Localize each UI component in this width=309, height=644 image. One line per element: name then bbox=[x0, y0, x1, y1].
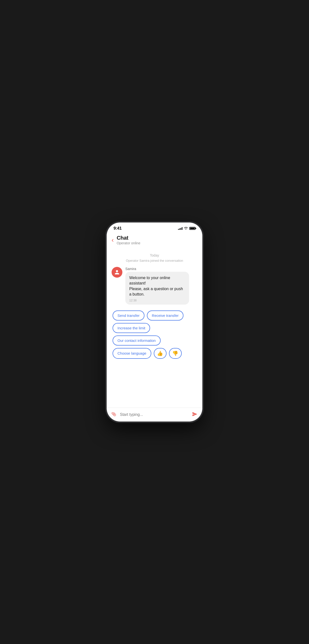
date-label: Today bbox=[112, 254, 197, 257]
message-bubble: Welcome to your online assistant!Please,… bbox=[125, 272, 189, 304]
send-icon bbox=[192, 412, 197, 417]
attach-button[interactable] bbox=[110, 410, 118, 419]
thumbs-down-icon: 👎 bbox=[172, 350, 178, 356]
phone-screen: 9:41 ‹ bbox=[107, 222, 202, 422]
increase-limit-button[interactable]: Increase the limit bbox=[113, 323, 150, 333]
status-time: 9:41 bbox=[114, 226, 122, 231]
wifi-icon bbox=[184, 226, 188, 230]
status-icons bbox=[178, 226, 195, 230]
operator-name: Samira bbox=[125, 267, 189, 271]
page-title: Chat bbox=[117, 235, 141, 241]
send-transfer-button[interactable]: Send transfer bbox=[113, 310, 144, 320]
header-text: Chat Operator online bbox=[117, 235, 141, 245]
chat-input[interactable] bbox=[120, 412, 189, 417]
operator-message-row: Samira Welcome to your online assistant!… bbox=[112, 267, 197, 304]
header: ‹ Chat Operator online bbox=[107, 233, 202, 248]
input-area bbox=[107, 408, 202, 422]
operator-status: Operator online bbox=[117, 241, 141, 245]
system-message: Operator Samira joined the conversation bbox=[112, 259, 197, 262]
send-button[interactable] bbox=[192, 412, 197, 418]
battery-icon bbox=[189, 227, 195, 230]
signal-icon bbox=[178, 227, 182, 230]
person-icon bbox=[114, 270, 120, 275]
message-container: Samira Welcome to your online assistant!… bbox=[125, 267, 189, 304]
quick-replies: Send transfer Receive transfer Increase … bbox=[112, 310, 197, 359]
thumbs-down-button[interactable]: 👎 bbox=[169, 348, 182, 359]
avatar bbox=[112, 267, 122, 278]
message-text: Welcome to your online assistant!Please,… bbox=[129, 275, 185, 297]
chat-area: Today Operator Samira joined the convers… bbox=[107, 248, 202, 408]
thumbs-up-button[interactable]: 👍 bbox=[154, 348, 167, 359]
phone-frame: 9:41 ‹ bbox=[107, 222, 202, 422]
back-button[interactable]: ‹ bbox=[112, 237, 114, 243]
thumbs-up-icon: 👍 bbox=[157, 350, 163, 356]
status-bar: 9:41 bbox=[107, 222, 202, 233]
receive-transfer-button[interactable]: Receive transfer bbox=[147, 310, 183, 320]
choose-language-button[interactable]: Choose language bbox=[113, 348, 151, 359]
paperclip-icon bbox=[110, 410, 117, 418]
contact-info-button[interactable]: Our contact information bbox=[113, 336, 161, 346]
message-time: 12:38 bbox=[129, 299, 185, 302]
